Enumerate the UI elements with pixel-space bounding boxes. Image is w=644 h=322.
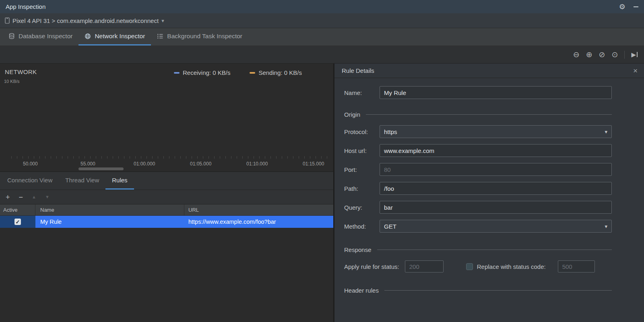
replace-status-label: Replace with status code: [477, 263, 546, 270]
column-header-active[interactable]: Active [0, 204, 35, 215]
section-divider [366, 114, 612, 115]
timeline-ruler [11, 156, 332, 159]
column-header-url[interactable]: URL [184, 204, 333, 215]
network-timeline-panel: NETWORK 10 KB/s Receiving: 0 KB/s Sendin… [0, 64, 334, 322]
table-row[interactable]: ✓ My Rule https://www.example.com/foo?ba… [0, 216, 333, 228]
section-divider [384, 290, 612, 291]
rules-table-header: Active Name URL [0, 204, 333, 216]
device-process-selector[interactable]: Pixel 4 API 31 > com.example.android.net… [12, 17, 159, 24]
active-checkbox[interactable]: ✓ [14, 219, 21, 225]
section-divider [377, 250, 612, 250]
receiving-swatch [174, 72, 180, 74]
move-down-icon[interactable]: ▼ [45, 195, 50, 199]
origin-section-header: Origin [344, 111, 612, 118]
tab-database-inspector[interactable]: Database Inspector [2, 28, 78, 45]
chevron-down-icon: ▾ [605, 223, 607, 229]
tab-background-task-inspector[interactable]: Background Task Inspector [151, 28, 248, 45]
path-label: Path: [344, 185, 380, 192]
sending-swatch [250, 72, 255, 74]
tab-thread-view[interactable]: Thread View [59, 172, 105, 190]
apply-status-label: Apply rule for status: [344, 263, 399, 270]
apply-status-field[interactable] [405, 260, 444, 272]
header-rules-section-header: Header rules [344, 287, 612, 294]
y-axis-label: 10 KB/s [4, 79, 20, 84]
protocol-dropdown[interactable]: https ▾ [380, 125, 612, 138]
go-live-icon[interactable]: ▶ [631, 51, 638, 58]
task-list-icon [157, 33, 163, 39]
tab-connection-view[interactable]: Connection View [1, 172, 59, 190]
rule-details-panel: Rule Details × Name: Origin Protocol: ht… [334, 64, 644, 322]
port-label: Port: [344, 166, 380, 173]
rule-name-cell: My Rule [35, 216, 184, 228]
tab-label: Network Inspector [95, 33, 145, 40]
status-code-row: Apply rule for status: Replace with stat… [344, 260, 612, 272]
network-chart: NETWORK 10 KB/s Receiving: 0 KB/s Sendin… [0, 64, 333, 171]
add-rule-icon[interactable]: + [6, 194, 10, 201]
port-field[interactable] [380, 163, 612, 176]
rules-toolbar: + − ▲ ▼ [0, 190, 333, 204]
chart-legend: Receiving: 0 KB/s Sending: 0 KB/s [174, 69, 302, 76]
move-up-icon[interactable]: ▲ [32, 195, 36, 199]
method-label: Method: [344, 223, 380, 230]
column-header-name[interactable]: Name [35, 204, 184, 215]
zoom-to-selection-icon[interactable]: ⊙ [612, 51, 618, 58]
host-url-label: Host url: [344, 147, 380, 154]
tick-label: 50.000 [23, 161, 38, 167]
device-phone-icon [5, 17, 10, 24]
main-split: NETWORK 10 KB/s Receiving: 0 KB/s Sendin… [0, 64, 644, 322]
tick-label: 55.000 [80, 161, 95, 167]
active-cell: ✓ [0, 216, 35, 228]
database-icon [8, 33, 15, 39]
name-field[interactable] [380, 86, 612, 99]
device-process-bar: Pixel 4 API 31 > com.example.android.net… [0, 13, 644, 28]
table-empty-area [0, 228, 333, 322]
remove-rule-icon[interactable]: − [19, 194, 23, 201]
timeline-scrollbar-thumb[interactable] [78, 167, 124, 170]
response-section-header: Response [344, 246, 612, 253]
replace-status-field[interactable] [558, 260, 595, 272]
rule-url-cell: https://www.example.com/foo?bar [184, 216, 333, 228]
protocol-label: Protocol: [344, 128, 380, 135]
query-label: Query: [344, 204, 380, 211]
tab-rules[interactable]: Rules [105, 172, 134, 190]
view-tabs: Connection View Thread View Rules [0, 171, 333, 190]
tick-label: 01:15.000 [303, 161, 324, 167]
timeline-toolbar: ⊖ ⊕ ⊘ ⊙ ▶ [0, 46, 644, 64]
tick-label: 01:00.000 [134, 161, 155, 167]
settings-gear-icon[interactable]: ⚙ [619, 3, 625, 10]
replace-status-checkbox[interactable] [466, 263, 473, 270]
tab-label: Database Inspector [19, 33, 72, 40]
query-field[interactable] [380, 201, 612, 214]
titlebar: App Inspection ⚙ [0, 0, 644, 13]
legend-sending: Sending: 0 KB/s [250, 69, 302, 76]
tab-label: Background Task Inspector [167, 33, 242, 40]
window-title: App Inspection [6, 3, 45, 10]
close-icon[interactable]: × [633, 67, 638, 74]
zoom-out-icon[interactable]: ⊖ [573, 51, 580, 58]
tab-network-inspector[interactable]: Network Inspector [78, 28, 151, 45]
method-dropdown[interactable]: GET ▾ [380, 220, 612, 233]
minimize-icon[interactable] [634, 6, 638, 7]
panel-title: Rule Details [342, 67, 374, 74]
rule-details-body: Name: Origin Protocol: https ▾ Host url: [334, 78, 644, 322]
rule-details-header: Rule Details × [334, 64, 644, 78]
network-chart-title: NETWORK [5, 68, 37, 75]
path-field[interactable] [380, 182, 612, 195]
chevron-down-icon: ▾ [605, 129, 607, 135]
zoom-in-icon[interactable]: ⊕ [586, 51, 592, 58]
tick-label: 01:10.000 [246, 161, 268, 167]
tick-label: 01:05.000 [190, 161, 211, 167]
legend-receiving: Receiving: 0 KB/s [174, 69, 230, 76]
toolbar-divider [624, 51, 625, 59]
inspector-tabs: Database Inspector Network Inspector Bac… [0, 28, 644, 46]
app-inspection-window: App Inspection ⚙ Pixel 4 API 31 > com.ex… [0, 0, 644, 322]
globe-icon [85, 33, 91, 39]
reset-zoom-icon[interactable]: ⊘ [599, 51, 605, 58]
chevron-down-icon[interactable]: ▾ [161, 18, 164, 24]
name-label: Name: [344, 89, 380, 96]
host-url-field[interactable] [380, 144, 612, 157]
